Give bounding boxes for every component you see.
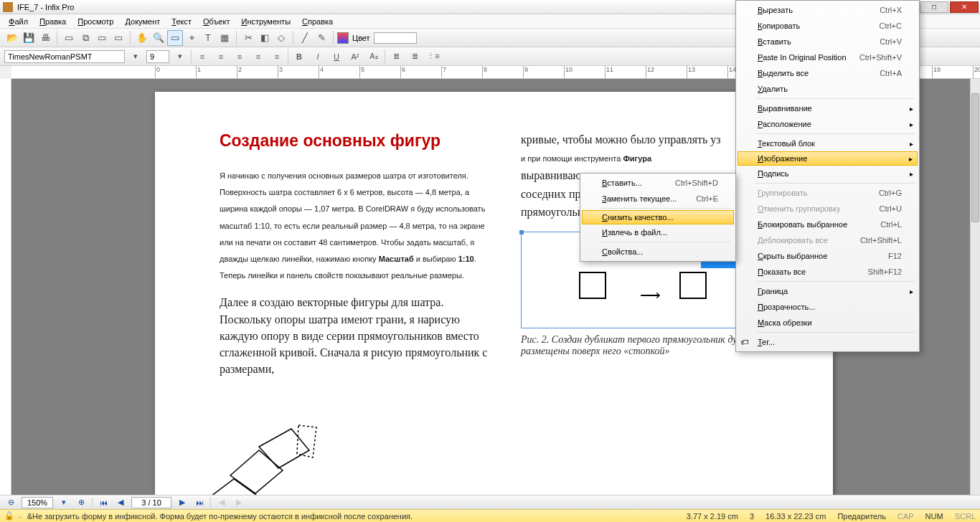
status-page: 3: [750, 512, 754, 521]
history-back-icon[interactable]: ◀: [215, 497, 228, 508]
menu-Текст[interactable]: Текст: [167, 16, 196, 27]
app-icon: [3, 2, 13, 12]
menu-Объект[interactable]: Объект: [199, 16, 234, 27]
menuitem-подпись[interactable]: Подпись: [738, 166, 918, 181]
font-dropdown-icon[interactable]: ▾: [128, 49, 143, 65]
copy-page-icon[interactable]: ⧉: [77, 30, 93, 46]
menu-Справка[interactable]: Справка: [298, 16, 337, 27]
maximize-button[interactable]: □: [920, 1, 948, 13]
menuitem-выделить-все[interactable]: Выделить всеCtrl+A: [738, 65, 918, 81]
zoom-dropdown-icon[interactable]: ▾: [57, 497, 70, 508]
menuitem-показать-все[interactable]: Показать всеShift+F12: [738, 264, 918, 280]
menu-Инструменты[interactable]: Инструменты: [237, 16, 295, 27]
list-icon[interactable]: ⋮≡: [425, 49, 441, 65]
line-tool-icon[interactable]: ╱: [297, 30, 313, 46]
next-page-icon[interactable]: ▶: [176, 497, 189, 508]
menuitem-блокировать-выбранное[interactable]: Блокировать выбранноеCtrl+L: [738, 217, 918, 232]
menuitem-скрыть-выбранное[interactable]: Скрыть выбранноеF12: [738, 248, 918, 264]
image-submenu[interactable]: Вставить...Ctrl+Shift+DЗаменить текущее.…: [580, 173, 736, 262]
close-button[interactable]: ✕: [950, 1, 979, 13]
subscript-icon[interactable]: A₂: [366, 49, 382, 65]
menuitem-граница[interactable]: Граница: [738, 283, 918, 299]
shape-tool-icon[interactable]: ◇: [273, 30, 289, 46]
text-tool-icon[interactable]: T: [200, 30, 216, 46]
pen-tool-icon[interactable]: ✎: [314, 30, 329, 46]
zoom-out-icon[interactable]: ⊖: [4, 497, 17, 508]
hand-tool-icon[interactable]: ✋: [134, 30, 150, 46]
vertical-scrollbar[interactable]: [970, 79, 980, 495]
crop-tool-icon[interactable]: ✂: [240, 30, 256, 46]
menuitem-расположение[interactable]: Расположение: [738, 116, 918, 132]
document-page: Создание основных фигур Я начинаю с полу…: [155, 92, 833, 495]
menuitem-удалить[interactable]: Удалить: [738, 81, 918, 97]
menuitem-выравнивание[interactable]: Выравнивание: [738, 100, 918, 116]
para-2: Далее я создаю векторные фигуры для шатр…: [220, 294, 492, 377]
menuitem-вставить-[interactable]: Вставить...Ctrl+Shift+D: [582, 175, 734, 191]
history-fwd-icon[interactable]: ▶: [232, 497, 245, 508]
superscript-icon[interactable]: A²: [347, 49, 363, 65]
menu-Документ[interactable]: Документ: [121, 16, 164, 27]
textblock-tool-icon[interactable]: ▦: [217, 30, 232, 46]
zoom-input[interactable]: [22, 497, 53, 508]
first-page-icon[interactable]: ⏮: [97, 497, 110, 508]
menuitem-снизить-качество-[interactable]: Снизить качество...: [582, 210, 734, 224]
page-input[interactable]: [131, 497, 171, 508]
menuitem-заменить-текущее-[interactable]: Заменить текущее...Ctrl+E: [582, 191, 734, 207]
page-dot-icon[interactable]: ▭: [110, 30, 126, 46]
menuitem-прозрачность-[interactable]: Прозрачность...: [738, 299, 918, 315]
object-tool-icon[interactable]: ◧: [257, 30, 273, 46]
menuitem-извлечь-в-файл-[interactable]: Извлечь в файл...: [582, 224, 734, 240]
menu-Правка[interactable]: Правка: [35, 16, 70, 27]
underline-icon[interactable]: U: [329, 49, 344, 65]
menu-Файл[interactable]: Файл: [4, 16, 32, 27]
linespacing-icon[interactable]: ≣: [388, 49, 404, 65]
font-size-input[interactable]: [146, 50, 169, 63]
nav-bar: ⊖ ▾ ⊕ ⏮ ◀ ▶ ⏭ ◀ ▶: [0, 495, 980, 509]
status-bar: 🔓 - &Не загрузить форму в инфиксной. Фор…: [0, 509, 980, 522]
zoom-tool-icon[interactable]: 🔍: [151, 30, 166, 46]
align-left-icon[interactable]: ≡: [194, 49, 210, 65]
menuitem-свойства-[interactable]: Свойства...: [582, 244, 734, 260]
italic-icon[interactable]: I: [310, 49, 326, 65]
window-title: IFE_7 - Infix Pro: [17, 3, 74, 11]
scroll-thumb[interactable]: [971, 93, 979, 222]
linespacing2-icon[interactable]: ≣: [407, 49, 423, 65]
save-icon[interactable]: 💾: [21, 30, 37, 46]
pointer-tool-icon[interactable]: ▭: [167, 30, 183, 46]
new-page-icon[interactable]: ▭: [61, 30, 77, 46]
vertical-ruler[interactable]: [0, 79, 11, 495]
menu-Просмотр[interactable]: Просмотр: [73, 16, 118, 27]
align-center-icon[interactable]: ≡: [213, 49, 229, 65]
status-scrl: SCRL: [955, 512, 976, 521]
status-num: NUM: [925, 512, 943, 521]
menuitem-текстовый-блок[interactable]: Текстовый блок: [738, 136, 918, 151]
zoom-in-icon[interactable]: ⊕: [75, 497, 88, 508]
font-family-input[interactable]: [4, 50, 125, 63]
align-full-icon[interactable]: ≡: [269, 49, 285, 65]
color-picker[interactable]: [374, 32, 417, 44]
arrow-icon: ⟶: [640, 286, 661, 303]
status-dimensions: 16.33 x 22.23 cm: [765, 512, 826, 521]
menuitem-изображение[interactable]: Изображение: [738, 151, 918, 166]
menuitem-вырезать[interactable]: ВырезатьCtrl+X: [738, 2, 918, 18]
bold-icon[interactable]: B: [291, 49, 307, 65]
page-title: Создание основных фигур: [220, 131, 492, 151]
prev-page-icon[interactable]: ◀: [114, 497, 127, 508]
last-page-icon[interactable]: ⏭: [193, 497, 206, 508]
lock-icon: 🔓: [4, 511, 14, 521]
menuitem-тег-[interactable]: Тег...🏷: [738, 334, 918, 350]
align-justify-icon[interactable]: ≡: [250, 49, 266, 65]
menuitem-вставить[interactable]: ВставитьCtrl+V: [738, 34, 918, 49]
size-dropdown-icon[interactable]: ▾: [172, 49, 188, 65]
context-menu[interactable]: ВырезатьCtrl+XКопироватьCtrl+CВставитьCt…: [735, 0, 920, 352]
menuitem-paste-in-original-position[interactable]: Paste In Original PositionCtrl+Shift+V: [738, 49, 918, 65]
align-right-icon[interactable]: ≡: [232, 49, 248, 65]
print-icon[interactable]: 🖶: [37, 30, 53, 46]
para-1: Я начинаю с получения основных размеров …: [220, 166, 492, 283]
open-icon[interactable]: 📂: [4, 30, 20, 46]
page-icon[interactable]: ▭: [94, 30, 110, 46]
select-tool-icon[interactable]: ⌖: [184, 30, 199, 46]
menuitem-маска-обрезки[interactable]: Маска обрезки: [738, 315, 918, 331]
menuitem-копировать[interactable]: КопироватьCtrl+C: [738, 18, 918, 34]
color-swatch[interactable]: [337, 32, 349, 44]
